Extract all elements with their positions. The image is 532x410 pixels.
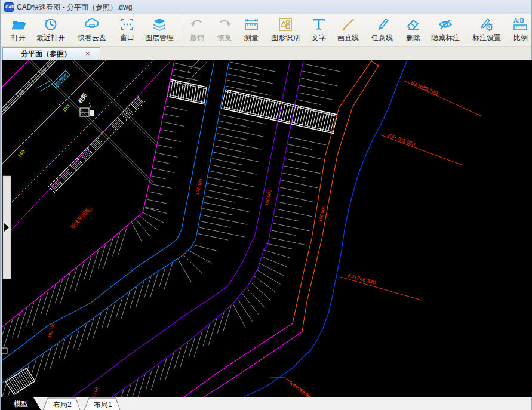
svg-text:A:B: A:B	[513, 17, 524, 24]
svg-text:布局2: 布局2	[53, 400, 72, 409]
svg-text:布局1: 布局1	[94, 400, 112, 409]
svg-text:模型: 模型	[14, 400, 28, 408]
